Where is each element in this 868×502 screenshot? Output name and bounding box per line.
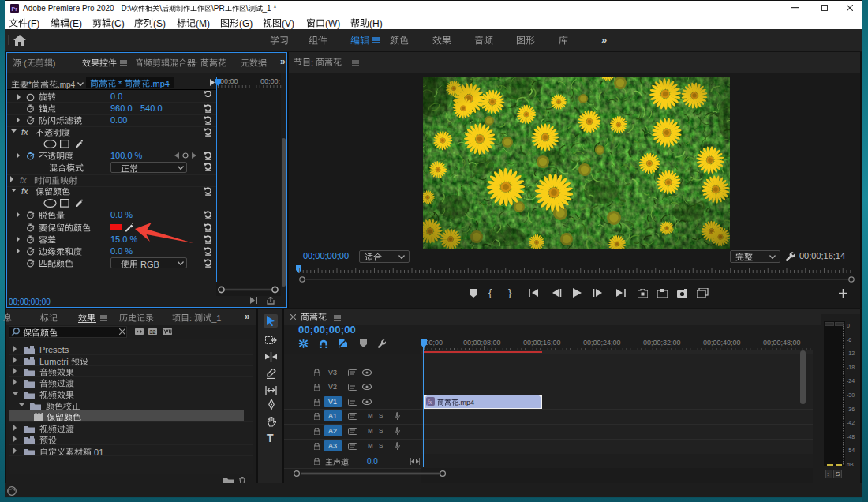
svg-text:32: 32: [149, 328, 155, 335]
svg-text:fx: fx: [428, 399, 432, 406]
